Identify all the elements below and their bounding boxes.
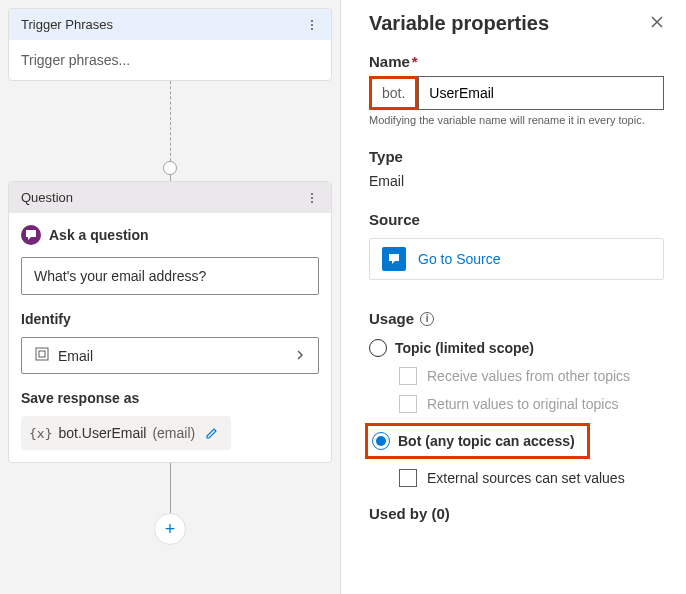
trigger-title: Trigger Phrases <box>21 17 113 32</box>
svg-point-0 <box>311 19 313 21</box>
name-input[interactable] <box>418 76 664 110</box>
svg-point-5 <box>311 200 313 202</box>
identify-select[interactable]: Email <box>21 337 319 374</box>
chevron-right-icon <box>294 348 306 364</box>
svg-point-4 <box>311 196 313 198</box>
svg-point-3 <box>311 192 313 194</box>
question-input[interactable]: What's your email address? <box>21 257 319 295</box>
chat-icon <box>21 225 41 245</box>
question-card[interactable]: Question Ask a question What's your emai… <box>8 181 332 463</box>
trigger-body: Trigger phrases... <box>21 52 130 68</box>
chat-icon <box>382 247 406 271</box>
variable-chip[interactable]: {x} bot.UserEmail (email) <box>21 416 231 450</box>
usage-label: Usage <box>369 310 414 327</box>
add-node-button[interactable]: + <box>154 513 186 545</box>
panel-title: Variable properties <box>369 12 549 35</box>
save-label: Save response as <box>21 390 319 406</box>
svg-rect-7 <box>39 351 45 357</box>
name-label: Name <box>369 53 410 70</box>
ask-label: Ask a question <box>49 227 149 243</box>
canvas: Trigger Phrases Trigger phrases... Quest… <box>0 0 340 594</box>
variable-icon: {x} <box>29 426 52 441</box>
go-to-source-button[interactable]: Go to Source <box>369 238 664 280</box>
type-label: Type <box>369 148 664 165</box>
type-value: Email <box>369 173 664 189</box>
receive-values-checkbox: Receive values from other topics <box>399 367 664 385</box>
more-icon[interactable] <box>305 191 319 205</box>
trigger-phrases-card[interactable]: Trigger Phrases Trigger phrases... <box>8 8 332 81</box>
variable-properties-panel: Variable properties Name* bot. Modifying… <box>340 0 686 594</box>
info-icon[interactable]: i <box>420 312 434 326</box>
name-hint: Modifying the variable name will rename … <box>369 114 664 126</box>
svg-rect-6 <box>36 348 48 360</box>
source-label: Source <box>369 211 664 228</box>
usage-topic-radio[interactable]: Topic (limited scope) <box>369 339 664 357</box>
entity-icon <box>34 346 50 365</box>
svg-point-2 <box>311 27 313 29</box>
return-values-checkbox: Return values to original topics <box>399 395 664 413</box>
usage-bot-radio[interactable]: Bot (any topic can access) <box>368 430 579 452</box>
close-icon[interactable] <box>650 15 664 33</box>
pencil-icon[interactable] <box>201 422 223 444</box>
name-prefix: bot. <box>369 76 418 110</box>
used-by-label: Used by (0) <box>369 505 664 522</box>
external-sources-checkbox[interactable]: External sources can set values <box>399 469 664 487</box>
more-icon[interactable] <box>305 18 319 32</box>
identify-label: Identify <box>21 311 319 327</box>
question-title: Question <box>21 190 73 205</box>
svg-point-1 <box>311 23 313 25</box>
